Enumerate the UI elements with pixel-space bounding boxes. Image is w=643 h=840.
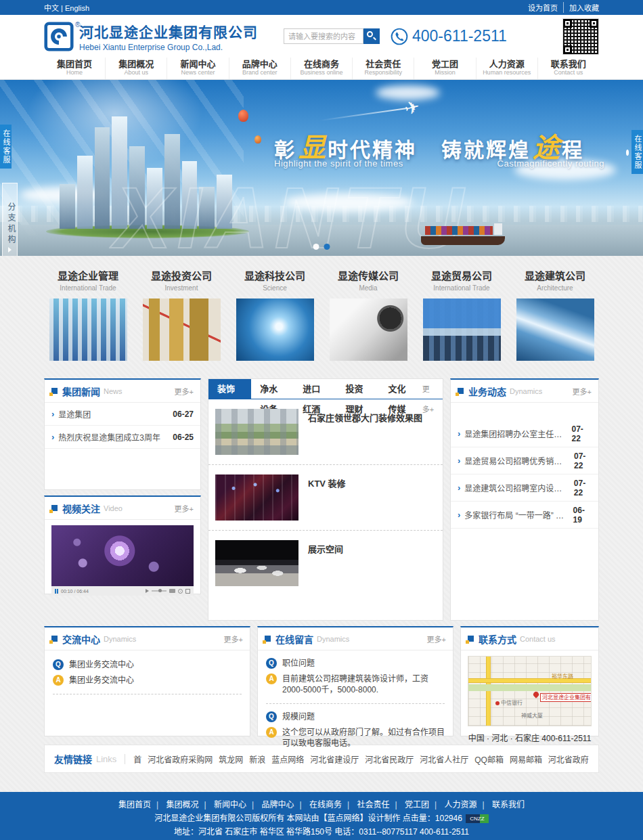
- company-photo[interactable]: [423, 299, 501, 361]
- message-answer[interactable]: A 这个您可以从政府部门了解。如过有合作项目可以致电客服电话。: [258, 724, 453, 750]
- quality-icon[interactable]: [169, 589, 175, 593]
- nav-item-mission[interactable]: 党工团Mission: [414, 58, 475, 79]
- location-map[interactable]: 裕华东路 中信银行 加气站 神威大厦 河北显途企业集团有限公司: [468, 656, 592, 726]
- message-question[interactable]: Q 规模问题: [258, 708, 453, 724]
- hero-banner[interactable]: XIANTU 彰 显 时代精神 铸就辉煌 途 程 Highlight the s…: [0, 80, 643, 256]
- news-item[interactable]: 显途集团 06-27: [45, 403, 200, 426]
- language-switch[interactable]: 中文 | English: [44, 2, 89, 13]
- friendly-link[interactable]: 河北省民政厅: [365, 753, 414, 765]
- friendly-link[interactable]: 筑龙网: [219, 753, 243, 765]
- nav-item-contact[interactable]: 联系我们Contact us: [537, 58, 599, 79]
- tabs-more-link[interactable]: 更多+: [422, 379, 443, 399]
- showcase-image: [215, 409, 298, 455]
- carousel-dot[interactable]: [313, 244, 319, 250]
- pause-icon[interactable]: [55, 589, 58, 594]
- tab-culture-media[interactable]: 文化传媒: [380, 379, 422, 399]
- add-favorite-link[interactable]: 加入收藏: [563, 2, 599, 13]
- company-card-architecture[interactable]: 显途建筑公司 Architecture: [511, 268, 599, 361]
- news-more-link[interactable]: 更多+: [175, 386, 194, 397]
- footer-copyright: 河北显途企业集团有限公司版权所有 本网站由【蓝点网络】设计制作 点击量：1029…: [0, 812, 643, 825]
- nav-item-business[interactable]: 在线商务Business online: [290, 58, 352, 79]
- footer-nav-link[interactable]: 品牌中心: [262, 800, 307, 810]
- footer-nav-link[interactable]: 集团首页: [118, 800, 164, 810]
- message-question[interactable]: Q 职位问题: [258, 655, 453, 670]
- company-card-investment[interactable]: 显途投资公司 Investment: [137, 268, 225, 361]
- dynamics-item[interactable]: 多家银行布局 “一带一路” 等战略 06-19: [451, 502, 598, 529]
- showcase-item[interactable]: KTV 装修: [208, 465, 443, 531]
- dynamics-item[interactable]: 显途集团招聘办公室主任一名 07-22: [451, 420, 598, 447]
- friendly-link[interactable]: 河北省建设厅: [310, 753, 359, 765]
- footer-nav-link[interactable]: 新闻中心: [214, 800, 259, 810]
- dynamics-item[interactable]: 显途贸易公司招聘优秀销售员10名 07-22: [451, 447, 598, 474]
- tab-imported-wine[interactable]: 进口红酒: [294, 379, 336, 399]
- search-button[interactable]: [363, 28, 380, 44]
- exchange-question[interactable]: Q 集团业务交流中心: [45, 656, 250, 671]
- company-card-management[interactable]: 显途企业管理 International Trade: [44, 268, 132, 361]
- tab-decoration[interactable]: 装饰工程: [208, 379, 251, 399]
- showcase-item[interactable]: 展示空间: [208, 531, 443, 596]
- branch-offices-panel[interactable]: 分支机构: [2, 183, 18, 256]
- friendly-link[interactable]: 河北省政府: [548, 753, 589, 765]
- footer-nav-link[interactable]: 集团概况: [167, 800, 212, 810]
- search-input[interactable]: [284, 28, 363, 44]
- volume-slider[interactable]: [152, 590, 167, 592]
- friendly-link[interactable]: 网易邮箱: [510, 753, 542, 765]
- company-card-media[interactable]: 显途传媒公司 Media: [324, 268, 412, 361]
- tab-water-equipment[interactable]: 净水设备: [251, 379, 294, 399]
- footer-nav-link[interactable]: 人力资源: [444, 800, 489, 810]
- footer-nav-link[interactable]: 在线商务: [309, 800, 355, 810]
- footer-nav-link[interactable]: 联系我们: [492, 800, 525, 810]
- footer-address: 地址：河北省 石家庄市 裕华区 裕华路150号 电话：0311--8077511…: [0, 825, 643, 839]
- arrow-right-icon: [8, 247, 12, 252]
- section-bullet-icon: [51, 636, 58, 642]
- dynamics-item[interactable]: 显途建筑公司招聘室内设计师两名 07-22: [451, 474, 598, 502]
- set-home-link[interactable]: 设为首页: [528, 2, 558, 13]
- video-more-link[interactable]: 更多+: [175, 503, 194, 514]
- footer-nav-link[interactable]: 党工团: [405, 800, 442, 810]
- nav-item-news[interactable]: 新闻中心News center: [167, 58, 228, 79]
- showcase-item[interactable]: 石家庄领世郡大门装修效果图: [208, 399, 443, 465]
- exchange-more-link[interactable]: 更多+: [224, 634, 243, 644]
- friendly-link[interactable]: 河北省人社厅: [420, 753, 468, 765]
- header: ® 河北显途企业集团有限公司 Hebei Xiantu Enterprise G…: [0, 15, 643, 58]
- company-card-science[interactable]: 显途科技公司 Science: [231, 268, 319, 361]
- news-item[interactable]: 热烈庆祝显途集团成立3周年 06-25: [45, 426, 200, 449]
- video-player[interactable]: 00:10 / 06:44: [51, 525, 194, 596]
- friendly-link[interactable]: 新浪: [249, 753, 265, 765]
- friendly-link[interactable]: 河北省政府采购网: [148, 753, 213, 765]
- company-photo[interactable]: [330, 299, 407, 361]
- company-photo[interactable]: [236, 299, 314, 361]
- fullscreen-icon[interactable]: [185, 589, 190, 594]
- footer-nav: 集团首页 集团概况 新闻中心 品牌中心 在线商务 社会责任 党工团 人力资源 联…: [0, 798, 643, 812]
- company-photo[interactable]: [516, 299, 594, 361]
- logo[interactable]: ® 河北显途企业集团有限公司 Hebei Xiantu Enterprise G…: [44, 21, 258, 52]
- nav-item-hr[interactable]: 人力资源Human resources: [476, 58, 537, 79]
- messages-more-link[interactable]: 更多+: [427, 634, 446, 644]
- dynamics-more-link[interactable]: 更多+: [573, 386, 592, 397]
- exchange-answer[interactable]: A 集团业务交流中心: [45, 671, 250, 687]
- online-service-tab-right[interactable]: 在线客服: [631, 130, 643, 174]
- nav-item-responsibility[interactable]: 社会责任Responsibility: [352, 58, 414, 79]
- message-answer[interactable]: A 目前建筑公司招聘建筑装饰设计师，工资2000-5000千，5000-8000…: [258, 670, 453, 697]
- settings-icon[interactable]: [178, 589, 183, 594]
- cnzz-badge[interactable]: CNZZ: [466, 814, 489, 823]
- qr-corner: [563, 19, 572, 28]
- nav-item-home[interactable]: 集团首页Home: [44, 58, 105, 79]
- nav-item-brand[interactable]: 品牌中心Brand center: [229, 58, 290, 79]
- footer-nav-link[interactable]: 社会责任: [357, 800, 402, 810]
- friendly-link[interactable]: 首: [133, 753, 141, 765]
- friendly-link[interactable]: QQ邮箱: [474, 753, 504, 765]
- nav-item-about[interactable]: 集团概况About us: [105, 58, 167, 79]
- hot-air-balloon: [254, 135, 261, 143]
- company-card-trade[interactable]: 显途贸易公司 International Trade: [418, 268, 506, 361]
- volume-icon[interactable]: [146, 589, 149, 593]
- section-bullet-icon: [468, 636, 474, 642]
- tab-investment[interactable]: 投资理财: [336, 379, 379, 399]
- company-photo[interactable]: [49, 299, 127, 361]
- company-photo[interactable]: [143, 299, 221, 361]
- friendly-link[interactable]: 蓝点网络: [271, 753, 304, 765]
- carousel-dot-active[interactable]: [324, 244, 330, 250]
- online-service-tab-left[interactable]: 在线客服: [0, 125, 12, 169]
- video-frame[interactable]: [51, 525, 194, 586]
- page: 中文 | English 设为首页 加入收藏 ® 河北显途企业集团有限公司 He…: [0, 0, 643, 840]
